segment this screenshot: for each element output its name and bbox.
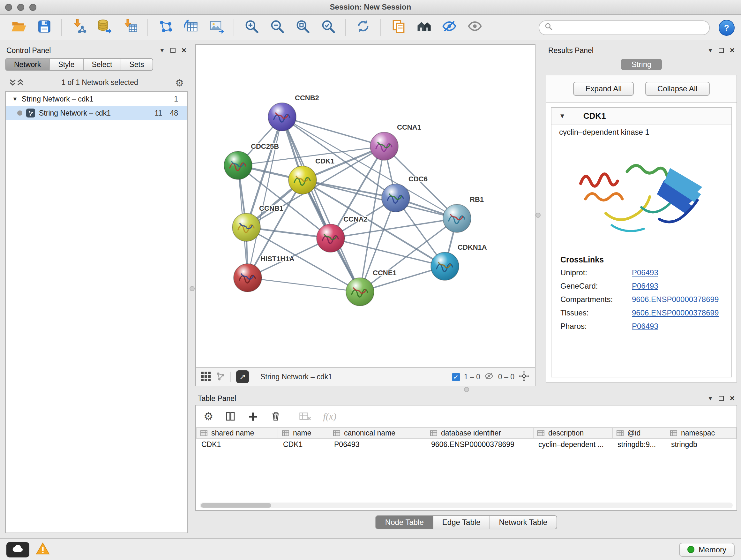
hidden-eye-slash-icon[interactable] — [484, 371, 494, 382]
expand-all-button[interactable]: Expand All — [574, 82, 634, 96]
open-in-new-icon[interactable]: ↗ — [236, 370, 249, 383]
crosslink-link[interactable]: P06493 — [632, 268, 723, 277]
scrollbar-thumb[interactable] — [201, 503, 271, 508]
panel-close-icon[interactable]: × — [730, 395, 735, 401]
panel-menu-icon[interactable]: ▼ — [708, 395, 713, 401]
gear-icon[interactable]: ⚙ — [175, 78, 184, 87]
node-HIST1H1A[interactable]: HIST1H1A — [233, 255, 294, 292]
window-close-button[interactable] — [5, 3, 12, 10]
expand-all-icon[interactable] — [17, 78, 24, 86]
column-header-namespac[interactable]: namespac — [666, 428, 736, 438]
zoom-out-button[interactable] — [265, 17, 289, 38]
splitter-knob[interactable] — [536, 212, 541, 218]
zoom-in-button[interactable] — [239, 17, 264, 38]
tab-network[interactable]: Network — [5, 58, 50, 71]
memory-button[interactable]: Memory — [679, 543, 735, 557]
disclosure-triangle-icon[interactable]: ▼ — [12, 96, 18, 102]
gene-section-header[interactable]: ▼ CDK1 — [551, 108, 731, 125]
network-graph[interactable]: CCNB2CCNA1CDC25BCDK1CDC6RB1CCNB1CCNA2CDK… — [196, 45, 535, 367]
node-CDKN1A[interactable]: CDKN1A — [431, 243, 487, 280]
add-icon[interactable] — [248, 411, 259, 422]
splitter-knob[interactable] — [190, 286, 195, 291]
network-row[interactable]: String Network – cdk1 1148 — [6, 106, 187, 120]
tab-style[interactable]: Style — [50, 58, 83, 71]
node-CCNB1[interactable]: CCNB1 — [232, 204, 283, 241]
table-cell[interactable]: stringdb — [666, 438, 736, 450]
cloud-button[interactable] — [6, 542, 29, 557]
left-splitter[interactable] — [189, 44, 195, 533]
network-canvas[interactable]: CCNB2CCNA1CDC25BCDK1CDC6RB1CCNB1CCNA2CDK… — [196, 45, 535, 367]
table-cell[interactable]: P06493 — [329, 438, 426, 450]
network-share-icon[interactable] — [216, 371, 225, 382]
splitter-knob[interactable] — [464, 387, 469, 392]
export-image-button[interactable] — [204, 17, 228, 38]
column-header-@id[interactable]: @id — [612, 428, 666, 438]
help-button[interactable]: ? — [719, 19, 735, 36]
edge-HIST1H1A-CCNE1[interactable] — [248, 278, 360, 292]
copy-button[interactable] — [386, 17, 410, 38]
node-CDK1[interactable]: CDK1 — [288, 157, 334, 194]
panel-float-icon[interactable] — [719, 396, 724, 401]
edge-CCNB2-HIST1H1A[interactable] — [248, 117, 282, 278]
node-RB1[interactable]: RB1 — [443, 195, 484, 233]
table-cell[interactable]: CDK1 — [196, 438, 278, 450]
tab-select[interactable]: Select — [84, 58, 121, 71]
tab-node-table[interactable]: Node Table — [376, 515, 433, 530]
import-network-from-database-button[interactable] — [92, 17, 117, 38]
node-CCNE1[interactable]: CCNE1 — [346, 269, 397, 306]
table-cell[interactable]: 9606.ENSP00000378699 — [426, 438, 533, 450]
crosslink-link[interactable]: 9606.ENSP00000378699 — [632, 308, 723, 317]
tab-string[interactable]: String — [621, 59, 662, 70]
open-session-button[interactable] — [6, 17, 30, 38]
node-CCNA1[interactable]: CCNA1 — [370, 123, 421, 160]
horizontal-splitter[interactable] — [195, 386, 737, 392]
move-tool-icon[interactable] — [518, 370, 530, 383]
toolbar-search[interactable] — [539, 20, 710, 35]
crosslink-link[interactable]: 9606.ENSP00000378699 — [632, 295, 723, 304]
crosslink-link[interactable]: P06493 — [632, 322, 723, 331]
network-from-selection-button[interactable] — [153, 17, 178, 38]
window-minimize-button[interactable] — [17, 3, 24, 10]
right-splitter[interactable] — [536, 44, 541, 386]
column-header-database-identifier[interactable]: database identifier — [426, 428, 533, 438]
tab-edge-table[interactable]: Edge Table — [433, 515, 490, 530]
panel-close-icon[interactable]: × — [182, 47, 186, 54]
collapse-all-button[interactable]: Collapse All — [645, 82, 710, 96]
import-table-from-file-button[interactable] — [118, 17, 142, 38]
edge-CCNB2-CCNA1[interactable] — [282, 117, 384, 146]
tab-sets[interactable]: Sets — [121, 58, 153, 71]
clone-network-button[interactable] — [179, 17, 203, 38]
tab-network-table[interactable]: Network Table — [490, 515, 557, 530]
panel-close-icon[interactable]: × — [730, 47, 735, 54]
collapse-all-icon[interactable] — [9, 78, 17, 86]
column-header-shared-name[interactable]: shared name — [196, 428, 278, 438]
crosslink-link[interactable]: P06493 — [632, 282, 723, 291]
zoom-fit-button[interactable] — [290, 17, 315, 38]
edge-CCNB2-CCNE1[interactable] — [282, 117, 360, 292]
panel-menu-icon[interactable]: ▼ — [159, 47, 165, 54]
window-zoom-button[interactable] — [29, 3, 37, 10]
apply-layout-button[interactable] — [351, 17, 375, 38]
disclosure-triangle-icon[interactable]: ▼ — [559, 112, 565, 119]
warning-button[interactable] — [36, 542, 50, 557]
table-cell[interactable]: cyclin–dependent ... — [533, 438, 612, 450]
search-input[interactable] — [556, 23, 704, 32]
hide-selected-button[interactable] — [437, 17, 461, 38]
import-network-from-file-button[interactable] — [67, 17, 91, 38]
table-cell[interactable]: stringdb:9... — [612, 438, 666, 450]
trash-icon[interactable] — [270, 411, 282, 422]
zoom-selected-button[interactable] — [316, 17, 340, 38]
panel-float-icon[interactable] — [171, 48, 176, 53]
table-cell[interactable]: CDK1 — [278, 438, 329, 450]
column-header-name[interactable]: name — [278, 428, 329, 438]
panel-float-icon[interactable] — [719, 48, 724, 53]
column-header-canonical-name[interactable]: canonical name — [329, 428, 426, 438]
table-row[interactable]: CDK1CDK1P064939606.ENSP00000378699cyclin… — [196, 438, 736, 450]
show-all-button[interactable] — [463, 17, 487, 38]
horizontal-scrollbar[interactable] — [200, 503, 733, 508]
gear-icon[interactable]: ⚙ — [204, 412, 213, 421]
birdseye-view-button[interactable] — [412, 17, 436, 38]
save-session-button[interactable] — [32, 17, 56, 38]
network-collection-row[interactable]: ▼ String Network – cdk1 1 — [6, 92, 187, 106]
grid-view-icon[interactable] — [201, 371, 211, 382]
